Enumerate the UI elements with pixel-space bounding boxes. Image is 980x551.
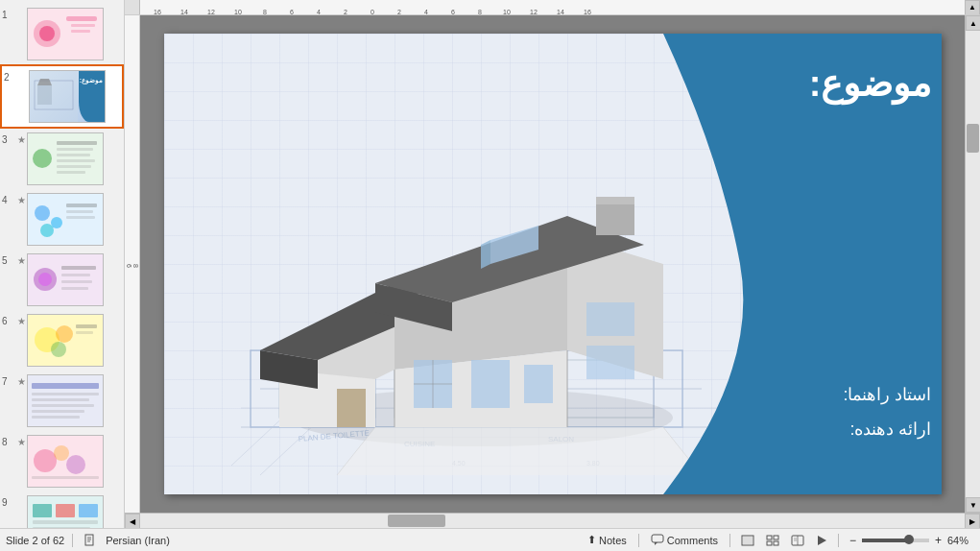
svg-rect-24 <box>66 216 95 219</box>
svg-rect-4 <box>71 24 95 27</box>
hscroll-track[interactable] <box>140 514 965 528</box>
svg-rect-36 <box>76 324 97 328</box>
slide-item-7[interactable]: 7 ★ <box>0 371 124 431</box>
svg-rect-106 <box>652 535 663 542</box>
view-slideshow-icon[interactable] <box>813 535 830 546</box>
slide-panel[interactable]: 1 2 <box>0 0 125 528</box>
svg-rect-39 <box>32 383 99 389</box>
slide-thumb-1 <box>27 8 104 60</box>
slide-number-7: 7 <box>2 376 15 387</box>
slide-thumb-4 <box>27 193 104 246</box>
slide-thumb-6 <box>27 314 104 367</box>
zoom-area: − + 64% <box>847 534 974 547</box>
svg-rect-55 <box>33 527 90 528</box>
slide-item-4[interactable]: 4 ★ <box>0 189 124 250</box>
svg-rect-15 <box>57 159 95 162</box>
status-divider-4 <box>838 534 839 547</box>
notes-button[interactable]: ⬆ Notes <box>584 534 631 546</box>
slide-item-1[interactable]: 1 <box>0 4 124 64</box>
svg-point-21 <box>40 224 54 237</box>
zoom-out-button[interactable]: − <box>847 534 859 547</box>
slide-star-3: ★ <box>17 134 27 145</box>
ruler-top: 16 14 12 10 8 6 4 2 0 2 4 6 8 10 12 14 1 <box>125 0 980 15</box>
slide-star-7: ★ <box>17 376 27 387</box>
slide-item-2[interactable]: 2 موضوع: <box>0 64 124 129</box>
svg-rect-43 <box>32 410 84 413</box>
svg-rect-42 <box>32 404 94 407</box>
vscroll-up-btn[interactable]: ▲ <box>965 0 980 15</box>
svg-rect-95 <box>596 202 634 235</box>
slide-item-9[interactable]: 9 <box>0 491 124 528</box>
svg-rect-89 <box>524 365 553 403</box>
slide-item-8[interactable]: 8 ★ <box>0 431 124 491</box>
slide-subtitle2: ارائه دهنده: <box>692 412 932 446</box>
svg-rect-51 <box>33 504 52 517</box>
slide-subtitle-area: استاد راهنما: ارائه دهنده: <box>692 377 932 446</box>
vscroll-thumb[interactable] <box>967 124 979 153</box>
canvas-wrapper[interactable]: PLAN DE TOILETTE CUISINE SALON 3.20 4.50… <box>140 15 965 513</box>
svg-marker-86 <box>481 240 490 269</box>
svg-rect-109 <box>743 537 753 544</box>
svg-rect-96 <box>596 197 634 204</box>
slide-canvas[interactable]: PLAN DE TOILETTE CUISINE SALON 3.20 4.50… <box>164 34 942 494</box>
svg-rect-54 <box>33 520 98 524</box>
svg-rect-88 <box>471 360 510 408</box>
svg-rect-37 <box>76 331 93 334</box>
comments-label: Comments <box>667 535 718 546</box>
svg-rect-8 <box>37 85 52 105</box>
hscroll-left-button[interactable]: ◀ <box>125 514 140 528</box>
slide-item-3[interactable]: 3 ★ <box>0 129 124 189</box>
comments-button[interactable]: Comments <box>647 534 722 547</box>
svg-rect-23 <box>66 210 93 213</box>
slide-thumb-7 <box>27 374 104 427</box>
vscroll-track[interactable] <box>966 31 980 497</box>
svg-point-2 <box>39 26 55 41</box>
slide-star-8: ★ <box>17 437 27 447</box>
slide-number-4: 4 <box>2 195 15 205</box>
zoom-in-button[interactable]: + <box>932 534 944 547</box>
editor-area: 16 14 12 10 8 6 4 2 0 2 4 6 8 10 12 14 1 <box>125 0 980 528</box>
svg-point-34 <box>56 325 73 343</box>
hscroll-thumb[interactable] <box>388 515 445 527</box>
slide-item-5[interactable]: 5 ★ <box>0 250 124 310</box>
svg-rect-6 <box>30 71 78 122</box>
slide-number-9: 9 <box>2 497 15 508</box>
view-slide-sorter-icon[interactable] <box>763 535 782 546</box>
svg-rect-111 <box>774 536 778 539</box>
svg-marker-99 <box>337 427 702 475</box>
svg-rect-52 <box>56 504 75 517</box>
zoom-fill <box>862 539 909 542</box>
slide-star-5: ★ <box>17 255 27 266</box>
horizontal-scrollbar: ◀ ▶ <box>125 513 980 528</box>
svg-rect-12 <box>57 141 97 145</box>
language-indicator: Persian (Iran) <box>106 535 170 546</box>
vscroll-up-button[interactable]: ▲ <box>966 15 980 31</box>
view-normal-icon[interactable] <box>738 535 757 546</box>
slide-thumb-9 <box>27 495 104 528</box>
vscroll-down-button[interactable]: ▼ <box>966 497 980 513</box>
status-divider-1 <box>72 534 73 547</box>
svg-rect-29 <box>61 274 90 276</box>
svg-rect-28 <box>61 266 96 270</box>
svg-point-48 <box>66 455 85 474</box>
slide-item-6[interactable]: 6 ★ <box>0 310 124 371</box>
slide-and-vscroll: 8 6 4 2 0 2 4 6 8 <box>125 15 980 513</box>
zoom-slider[interactable] <box>862 539 929 542</box>
svg-rect-53 <box>79 504 98 517</box>
slide-thumb-2: موضوع: <box>29 70 106 123</box>
svg-rect-94 <box>586 346 634 379</box>
svg-marker-107 <box>655 542 657 545</box>
hscroll-right-button[interactable]: ▶ <box>965 514 980 528</box>
svg-rect-49 <box>32 476 99 479</box>
svg-rect-30 <box>61 280 92 283</box>
slide-thumb-5 <box>27 253 104 306</box>
status-divider-3 <box>729 534 730 547</box>
slide-subtitle1: استاد راهنما: <box>692 377 932 412</box>
view-reading-icon[interactable] <box>788 535 807 546</box>
slide-star-6: ★ <box>17 316 27 326</box>
svg-point-27 <box>38 273 52 286</box>
svg-rect-5 <box>71 30 90 33</box>
svg-rect-93 <box>586 302 634 336</box>
file-icon[interactable] <box>81 534 100 547</box>
svg-point-35 <box>51 342 66 357</box>
